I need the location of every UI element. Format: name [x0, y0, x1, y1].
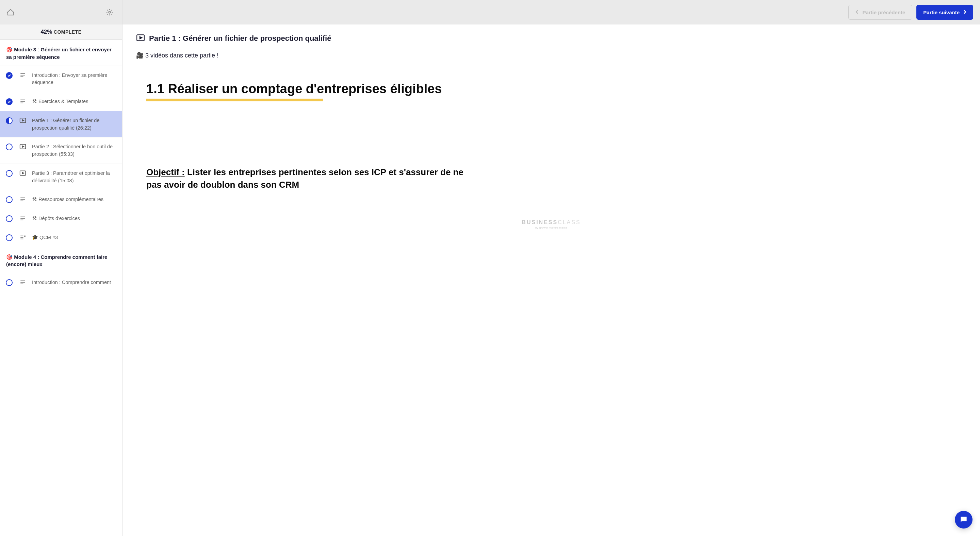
lesson-label: Partie 1 : Générer un fichier de prospec…	[32, 117, 118, 132]
chevron-right-icon	[963, 10, 966, 15]
chevron-left-icon	[856, 10, 859, 15]
status-empty-icon	[6, 215, 13, 222]
home-icon[interactable]	[7, 8, 14, 16]
objectif-text: Lister les entreprises pertinentes selon…	[146, 167, 463, 190]
gear-icon[interactable]	[106, 8, 113, 16]
lesson-label: Partie 3 : Paramétrer et optimiser la dé…	[32, 170, 118, 185]
lesson-ressources[interactable]: 🛠 Ressources complémentaires	[0, 190, 122, 209]
text-icon	[19, 215, 27, 221]
lesson-depots[interactable]: 🛠 Dépôts d'exercices	[0, 209, 122, 228]
status-empty-icon	[6, 234, 13, 241]
videos-note: 🎥 3 vidéos dans cette partie !	[136, 52, 966, 59]
lesson-partie-2[interactable]: Partie 2 : Sélectionner le bon outil de …	[0, 137, 122, 164]
video-icon	[19, 170, 27, 176]
heading-underline	[146, 98, 323, 101]
text-icon	[19, 195, 27, 202]
module-4-title: 🎯 Module 4 : Comprendre comment faire (e…	[0, 247, 122, 273]
status-empty-icon	[6, 196, 13, 203]
chat-button[interactable]	[955, 511, 972, 528]
objectif-label: Objectif :	[146, 167, 185, 177]
module-3-title: 🎯 Module 3 : Générer un fichier et envoy…	[0, 40, 122, 66]
slide-content: 1.1 Réaliser un comptage d'entreprises é…	[136, 71, 966, 235]
status-empty-icon	[6, 170, 13, 177]
chat-icon	[959, 515, 968, 524]
lesson-m4-intro[interactable]: Introduction : Comprendre comment	[0, 273, 122, 292]
lesson-label: 🛠 Ressources complémentaires	[32, 195, 118, 203]
text-icon	[19, 98, 27, 105]
progress-indicator: 42% COMPLETE	[0, 24, 122, 40]
lesson-intro[interactable]: Introduction : Envoyer sa première séque…	[0, 66, 122, 92]
video-icon	[19, 117, 27, 124]
lesson-label: Introduction : Envoyer sa première séque…	[32, 71, 118, 87]
prev-button[interactable]: Partie précédente	[848, 5, 912, 20]
next-button[interactable]: Partie suivante	[916, 5, 973, 20]
status-empty-icon	[6, 279, 13, 286]
status-done-icon	[6, 72, 13, 79]
video-icon	[19, 143, 27, 150]
lesson-label: Introduction : Comprendre comment	[32, 279, 118, 286]
lesson-partie-3[interactable]: Partie 3 : Paramétrer et optimiser la dé…	[0, 164, 122, 190]
lesson-label: Partie 2 : Sélectionner le bon outil de …	[32, 143, 118, 158]
lesson-label: 🛠 Dépôts d'exercices	[32, 215, 118, 222]
status-half-icon	[6, 117, 13, 124]
lesson-exercices[interactable]: 🛠 Exercices & Templates	[0, 92, 122, 111]
page-title: Partie 1 : Générer un fichier de prospec…	[149, 34, 331, 43]
slide-heading: 1.1 Réaliser un comptage d'entreprises é…	[146, 82, 442, 97]
brand-logo: BUSINESSCLASS by growth makers media	[522, 219, 581, 229]
text-icon	[19, 71, 27, 78]
lesson-label: 🛠 Exercices & Templates	[32, 98, 118, 105]
svg-point-0	[108, 11, 111, 13]
next-label: Partie suivante	[923, 10, 959, 15]
prev-label: Partie précédente	[862, 10, 905, 15]
lesson-qcm-3[interactable]: 🎓 QCM #3	[0, 228, 122, 247]
video-icon	[136, 34, 145, 43]
status-done-icon	[6, 98, 13, 105]
lesson-label: 🎓 QCM #3	[32, 234, 118, 241]
slide-body: Objectif : Lister les entreprises pertin…	[146, 166, 480, 192]
quiz-icon	[19, 234, 27, 241]
text-icon	[19, 279, 27, 285]
status-empty-icon	[6, 144, 13, 150]
lesson-partie-1[interactable]: Partie 1 : Générer un fichier de prospec…	[0, 111, 122, 138]
